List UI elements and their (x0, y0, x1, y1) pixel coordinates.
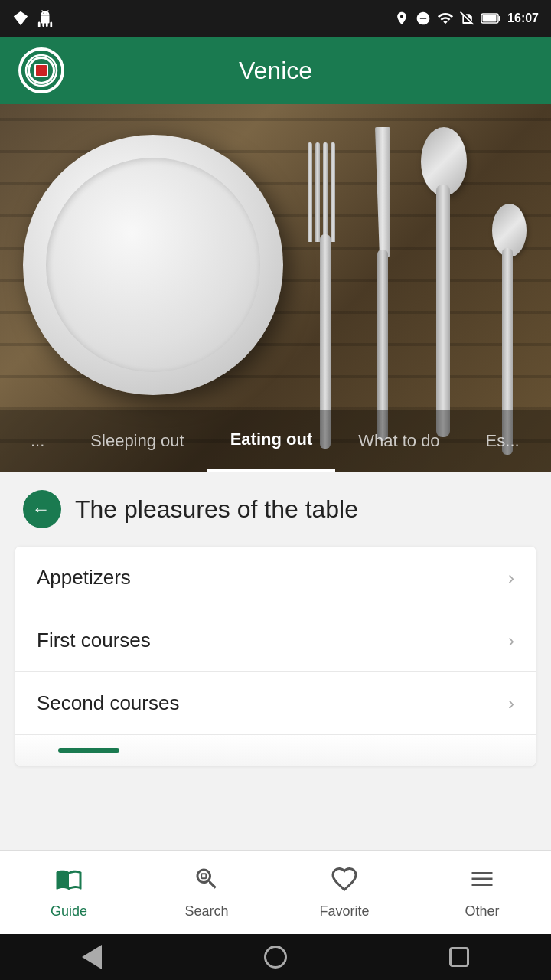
section-header: ← The pleasures of the table (0, 490, 551, 547)
hero-tab-sleeping[interactable]: Sleeping out (67, 410, 207, 472)
svg-rect-7 (41, 66, 44, 75)
nav-label-favorite: Favorite (319, 903, 369, 920)
hero-tab-more[interactable]: ... (8, 410, 67, 472)
nav-item-search[interactable]: Search (138, 851, 276, 934)
hero-tabs: ... Sleeping out Eating out What to do E… (0, 410, 551, 472)
sim-off-icon (460, 11, 475, 26)
hero-tab-eating[interactable]: Eating out (207, 410, 336, 472)
menu-list: Appetizers › First courses › Second cour… (15, 547, 536, 766)
chevron-right-icon: › (508, 567, 514, 589)
app-logo (18, 47, 64, 93)
android-home-bar (0, 934, 551, 980)
location-icon (394, 11, 409, 26)
hero-image: ... Sleeping out Eating out What to do E… (0, 104, 551, 472)
fork-image (306, 127, 344, 433)
battery-icon (481, 11, 501, 26)
minus-circle-icon (416, 11, 431, 26)
chevron-right-icon: › (508, 630, 514, 652)
nav-label-other: Other (465, 903, 499, 920)
menu-item-second-courses[interactable]: Second courses › (15, 672, 536, 735)
menu-item-partial (15, 735, 536, 766)
menu-icon (468, 865, 496, 899)
clock: 16:07 (507, 11, 539, 25)
nav-label-search: Search (184, 903, 228, 920)
plate-image (23, 135, 283, 395)
back-arrow-icon: ← (32, 498, 51, 520)
content-area: ← The pleasures of the table Appetizers … (0, 472, 551, 854)
recents-nav-button[interactable] (445, 942, 474, 972)
svg-point-4 (26, 55, 57, 86)
svg-rect-8 (44, 66, 47, 75)
svg-rect-1 (499, 16, 500, 21)
heart-icon (331, 865, 358, 899)
nav-item-other[interactable]: Other (413, 851, 551, 934)
bottom-nav: Guide Search Favorite Other (0, 850, 551, 934)
menu-item-label: Second courses (37, 691, 179, 715)
status-right-icons: 16:07 (394, 10, 539, 27)
search-icon (193, 865, 220, 899)
section-title: The pleasures of the table (75, 495, 358, 524)
hero-tab-es[interactable]: Es... (463, 410, 543, 472)
wifi-icon (437, 10, 454, 27)
menu-item-appetizers[interactable]: Appetizers › (15, 547, 536, 609)
book-icon (55, 865, 83, 899)
diamond-icon (12, 10, 29, 27)
chevron-right-icon: › (508, 693, 514, 714)
status-bar: 16:07 (0, 0, 551, 37)
hero-tab-what[interactable]: What to do (335, 410, 462, 472)
menu-item-label: First courses (37, 629, 151, 652)
nav-label-guide: Guide (51, 903, 87, 920)
home-nav-button[interactable] (261, 942, 290, 972)
svg-rect-5 (35, 64, 47, 77)
back-nav-button[interactable] (77, 942, 106, 972)
knife-image (367, 112, 398, 441)
partial-indicator (58, 748, 119, 753)
back-button[interactable]: ← (23, 490, 61, 528)
svg-point-3 (21, 51, 61, 90)
status-left-icons (12, 10, 54, 27)
android-icon (37, 10, 54, 27)
nav-item-favorite[interactable]: Favorite (276, 851, 413, 934)
nav-item-guide[interactable]: Guide (0, 851, 138, 934)
page-title: Venice (80, 57, 471, 85)
menu-item-first-courses[interactable]: First courses › (15, 609, 536, 672)
spoon-large-image (417, 119, 471, 449)
app-header: Venice (0, 37, 551, 104)
svg-rect-6 (37, 66, 41, 75)
menu-item-label: Appetizers (37, 566, 131, 590)
svg-rect-2 (483, 15, 497, 22)
svg-rect-9 (201, 874, 206, 878)
